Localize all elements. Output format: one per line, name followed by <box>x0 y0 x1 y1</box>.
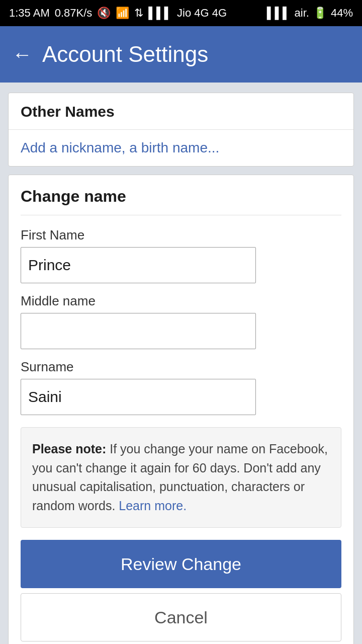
surname-label: Surname <box>21 359 341 375</box>
battery-percent: 44% <box>331 7 353 20</box>
cancel-button[interactable]: Cancel <box>21 593 341 641</box>
first-name-label: First Name <box>21 227 341 243</box>
middle-name-label: Middle name <box>21 293 341 309</box>
other-names-card: Other Names Add a nickname, a birth name… <box>8 93 354 167</box>
nav-bar: ← Account Settings <box>0 26 362 83</box>
learn-more-link[interactable]: Learn more. <box>119 499 187 513</box>
status-right: ▌▌▌ air. 🔋 44% <box>267 7 353 20</box>
main-content: Other Names Add a nickname, a birth name… <box>0 83 362 644</box>
middle-name-input[interactable] <box>21 313 256 349</box>
change-name-title: Change name <box>21 187 341 215</box>
page-title: Account Settings <box>42 42 208 67</box>
mute-icon: 🔇 <box>97 7 111 20</box>
back-button[interactable]: ← <box>12 44 32 64</box>
add-nickname-link[interactable]: Add a nickname, a birth name... <box>9 130 353 166</box>
battery-icon: 🔋 <box>313 7 327 20</box>
first-name-group: First Name <box>21 227 341 283</box>
review-change-button[interactable]: Review Change <box>21 540 341 588</box>
status-left: 1:35 AM 0.87K/s 🔇 📶 ⇅ ▌▌▌ Jio 4G 4G <box>9 7 227 20</box>
carrier1-label: Jio 4G 4G <box>177 7 227 20</box>
change-name-section: Change name First Name Middle name Surna… <box>8 175 354 644</box>
status-time: 1:35 AM <box>9 7 50 20</box>
other-names-title: Other Names <box>9 93 353 130</box>
status-bar: 1:35 AM 0.87K/s 🔇 📶 ⇅ ▌▌▌ Jio 4G 4G ▌▌▌ … <box>0 0 362 26</box>
note-bold: Please note: <box>32 442 106 456</box>
signal-icon2: ▌▌▌ <box>267 7 291 20</box>
signal-icon1: ▌▌▌ <box>148 7 172 20</box>
carrier2-label: air. <box>295 7 309 20</box>
surname-input[interactable] <box>21 379 256 415</box>
status-speed: 0.87K/s <box>55 7 93 20</box>
middle-name-group: Middle name <box>21 293 341 349</box>
wifi-icon: 📶 <box>116 7 129 20</box>
sync-icon: ⇅ <box>134 7 143 20</box>
first-name-input[interactable] <box>21 247 256 283</box>
note-box: Please note: If you change your name on … <box>21 427 341 528</box>
surname-group: Surname <box>21 359 341 415</box>
